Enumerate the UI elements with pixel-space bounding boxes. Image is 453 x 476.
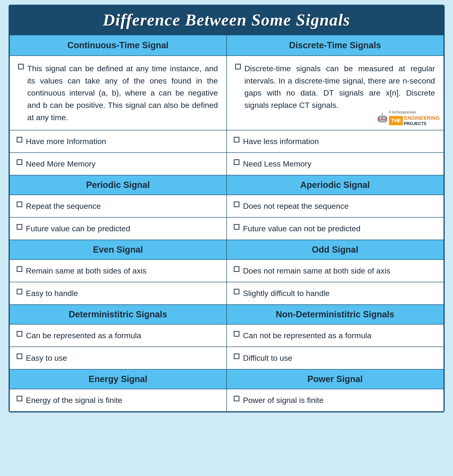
- te-label: THE: [389, 116, 403, 125]
- bullet-row: Repeat the sequence Does not repeat the …: [9, 195, 444, 217]
- comparison-table: Continuous-Time Signal Discrete-Time Sig…: [9, 35, 444, 412]
- hashtag: # technopreneur: [389, 109, 439, 115]
- bullet-text-left-7: Easy to handle: [26, 287, 78, 299]
- bullet-cell-left-0: Have more Information: [9, 130, 226, 153]
- section-right-11: Power Signal: [226, 369, 444, 389]
- bullet-cell-right-0: Have less information: [226, 130, 444, 153]
- section-header-row: Even Signal Odd Signal: [9, 240, 444, 260]
- bullet-icon-left-12: [17, 396, 22, 401]
- bullet-item-right-4: Future value can not be predicted: [234, 223, 437, 234]
- section-right-5: Odd Signal: [226, 240, 444, 260]
- desc-right-item: Discrete-time signals can be measured at…: [235, 62, 435, 111]
- bullet-row: Energy of the signal is finite Power of …: [9, 389, 444, 412]
- bullet-row: Remain same at both sides of axis Does n…: [9, 260, 444, 282]
- bullet-item-right-7: Slightly difficult to handle: [234, 287, 437, 299]
- bullet-row: Future value can be predicted Future val…: [9, 217, 444, 240]
- bullet-icon-left-10: [17, 354, 22, 359]
- bullet-text-left-1: Need More Memory: [26, 158, 96, 170]
- col-header-left: Continuous-Time Signal: [9, 35, 226, 56]
- bullet-item-left-9: Can be represented as a formula: [17, 330, 219, 341]
- bullet-text-right-6: Does not remain same at both side of axi…: [243, 265, 390, 277]
- bullet-text-right-7: Slightly difficult to handle: [243, 287, 330, 299]
- bullet-item-right-1: Need Less Memory: [234, 158, 437, 170]
- bullet-icon-left-6: [17, 266, 22, 272]
- section-right-2: Aperiodic Signal: [226, 175, 444, 195]
- bullet-icon-left-3: [17, 202, 22, 207]
- brand-info: # technopreneur THE ENGINEERING PROJECTS: [389, 109, 439, 126]
- section-header-row: Energy Signal Power Signal: [9, 369, 444, 389]
- bullet-cell-left-4: Future value can be predicted: [9, 217, 226, 240]
- main-container: Difference Between Some Signals Continuo…: [9, 5, 445, 412]
- page-title: Difference Between Some Signals: [16, 10, 437, 30]
- engineering-text: ENGINEERING: [404, 115, 439, 121]
- bullet-item-right-0: Have less information: [234, 135, 437, 147]
- bullet-item-left-10: Easy to use: [17, 352, 219, 364]
- section-right-8: Non-Deterministitric Signals: [226, 305, 444, 324]
- bullet-cell-left-6: Remain same at both sides of axis: [9, 260, 226, 282]
- bullet-icon-left-1: [17, 159, 22, 165]
- bullet-item-left-4: Future value can be predicted: [17, 223, 219, 234]
- bullet-item-left-1: Need More Memory: [17, 158, 219, 170]
- bullet-cell-left-10: Easy to use: [9, 347, 226, 369]
- projects-text: PROJECTS: [404, 121, 439, 126]
- bullet-item-left-6: Remain same at both sides of axis: [17, 265, 219, 277]
- bullet-text-left-0: Have more Information: [26, 135, 106, 147]
- bullet-icon-right-6: [234, 266, 239, 272]
- bullet-item-left-3: Repeat the sequence: [17, 200, 219, 212]
- bullet-text-right-10: Difficult to use: [243, 352, 292, 364]
- brand-badge: 🤖 # technopreneur THE ENGINEERING PROJEC…: [377, 109, 439, 126]
- desc-left-text: This signal can be defined at any time i…: [27, 62, 218, 123]
- robot-icon: 🤖: [377, 111, 388, 124]
- bullet-text-left-3: Repeat the sequence: [26, 200, 101, 212]
- bullet-icon-right: [235, 64, 241, 69]
- bullet-icon-left-0: [17, 137, 22, 142]
- bullet-cell-right-7: Slightly difficult to handle: [226, 282, 444, 305]
- bullet-item-right-3: Does not repeat the sequence: [234, 200, 437, 212]
- title-bar: Difference Between Some Signals: [9, 5, 444, 35]
- bullet-row: Have more Information Have less informat…: [9, 130, 444, 153]
- bullet-cell-right-10: Difficult to use: [226, 347, 444, 369]
- section-left-11: Energy Signal: [9, 369, 226, 389]
- bullet-cell-left-12: Energy of the signal is finite: [9, 389, 226, 412]
- brand-name-block: ENGINEERING PROJECTS: [404, 115, 439, 126]
- bullet-icon: [18, 64, 24, 69]
- bullet-text-left-10: Easy to use: [26, 352, 67, 364]
- section-left-2: Periodic Signal: [9, 175, 226, 195]
- bullet-cell-right-6: Does not remain same at both side of axi…: [226, 260, 444, 282]
- bullet-cell-right-9: Can not be represented as a formula: [226, 324, 444, 347]
- bullet-icon-right-10: [234, 354, 239, 359]
- bullet-icon-right-3: [234, 202, 239, 207]
- bullet-row: Can be represented as a formula Can not …: [9, 324, 444, 347]
- bullet-text-right-4: Future value can not be predicted: [243, 223, 361, 234]
- bullet-text-right-1: Need Less Memory: [243, 158, 311, 170]
- bullet-text-right-12: Power of signal is finite: [243, 394, 324, 406]
- bullet-text-left-9: Can be represented as a formula: [26, 330, 141, 341]
- bullet-text-right-3: Does not repeat the sequence: [243, 200, 349, 212]
- bullet-item-right-9: Can not be represented as a formula: [234, 330, 437, 341]
- desc-left: This signal can be defined at any time i…: [9, 56, 226, 130]
- col-header-right: Discrete-Time Signals: [226, 35, 444, 56]
- bullet-cell-left-7: Easy to handle: [9, 282, 226, 305]
- section-header-row: Deterministitric Signals Non-Determinist…: [9, 305, 444, 324]
- bullet-icon-right-9: [234, 331, 239, 337]
- bullet-icon-right-12: [234, 396, 239, 401]
- section-left-8: Deterministitric Signals: [9, 305, 226, 324]
- bullet-cell-right-4: Future value can not be predicted: [226, 217, 444, 240]
- bullet-icon-left-9: [17, 331, 22, 337]
- bullet-item-left-0: Have more Information: [17, 135, 219, 147]
- desc-row: This signal can be defined at any time i…: [9, 56, 444, 130]
- bullet-icon-left-7: [17, 289, 22, 294]
- section-left-5: Even Signal: [9, 240, 226, 260]
- bullet-cell-left-9: Can be represented as a formula: [9, 324, 226, 347]
- section-header-row: Periodic Signal Aperiodic Signal: [9, 175, 444, 195]
- bullet-cell-left-3: Repeat the sequence: [9, 195, 226, 217]
- bullet-cell-left-1: Need More Memory: [9, 153, 226, 175]
- bullet-icon-right-1: [234, 159, 239, 165]
- bullet-item-left-7: Easy to handle: [17, 287, 219, 299]
- bullet-text-left-6: Remain same at both sides of axis: [26, 265, 147, 277]
- bullet-icon-right-0: [234, 137, 239, 142]
- bullet-cell-right-12: Power of signal is finite: [226, 389, 444, 412]
- bullet-row: Easy to handle Slightly difficult to han…: [9, 282, 444, 305]
- desc-right: Discrete-time signals can be measured at…: [226, 56, 444, 130]
- bullet-item-right-6: Does not remain same at both side of axi…: [234, 265, 437, 277]
